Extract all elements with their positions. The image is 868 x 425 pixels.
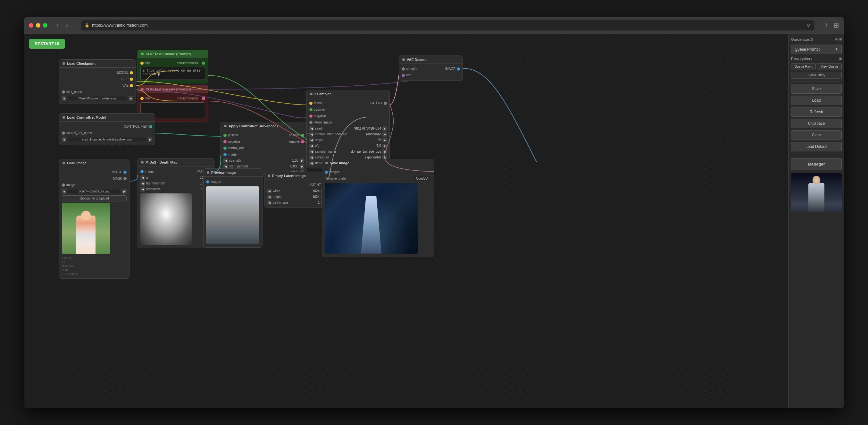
- restart-ui-button[interactable]: RESTART UI: [29, 39, 65, 49]
- latent-in-port: [309, 121, 312, 124]
- refresh-icon[interactable]: ↺: [807, 23, 811, 28]
- extra-options-row: Extra options ▣: [791, 56, 842, 61]
- clip-input-port-neg: [141, 97, 144, 100]
- ckpt-prev-btn[interactable]: ◀: [62, 96, 66, 101]
- node-dot: [402, 58, 405, 61]
- ckpt-input-port: [62, 90, 65, 94]
- conditioning-output-port: [202, 62, 205, 65]
- save-button[interactable]: Save: [791, 84, 842, 94]
- control-prev-btn[interactable]: ◀: [309, 132, 314, 137]
- minimize-button[interactable]: [36, 23, 40, 28]
- load-controlnet-body: CONTROL_NET control_net_name ◀ control-l…: [59, 121, 155, 145]
- preview-image-body: images: [204, 177, 262, 247]
- manager-thumbnail: [791, 173, 842, 212]
- load-image-thumbnail[interactable]: [62, 203, 110, 254]
- queue-size-label: Queue size: 0: [791, 37, 813, 41]
- seed-prev-btn[interactable]: ◀: [309, 126, 314, 131]
- close-button[interactable]: [29, 23, 33, 28]
- sampler-prev-btn[interactable]: ◀: [309, 149, 314, 154]
- address-bar[interactable]: 🔒 https://www.thinkdiffusion.com ↺: [81, 20, 814, 30]
- grid-icon[interactable]: ⊞: [834, 22, 839, 29]
- mask-out-port: [123, 177, 127, 180]
- settings-icon[interactable]: ⚙: [835, 37, 838, 41]
- midas-title: MiDaS - Depth Map: [138, 159, 214, 167]
- node-dot: [207, 171, 209, 174]
- scheduler-prev-btn[interactable]: ◀: [309, 155, 314, 160]
- control-net-next-btn[interactable]: ▶: [148, 137, 152, 142]
- control-net-prev-btn[interactable]: ◀: [62, 137, 66, 142]
- image-row: image: [221, 151, 307, 158]
- cfg-next-btn[interactable]: ▶: [382, 144, 387, 148]
- manager-button[interactable]: Manager: [791, 158, 842, 170]
- positive-prompt-textarea[interactable]: a futuristic cyborg on an alien spaceshi…: [141, 67, 205, 80]
- batch-prev-btn[interactable]: ◀: [267, 200, 272, 205]
- view-history-button[interactable]: View History: [791, 72, 842, 79]
- view-queue-button[interactable]: View Queue: [817, 63, 842, 70]
- divider-2: [791, 154, 842, 154]
- load-checkpoint-title: Load Checkpoint: [59, 60, 135, 68]
- clipspace-button[interactable]: Clipspace: [791, 119, 842, 128]
- height-prev-btn[interactable]: ◀: [267, 195, 272, 199]
- image-prev-btn[interactable]: ◀: [62, 189, 66, 194]
- extra-options-icon[interactable]: ▣: [839, 57, 842, 60]
- strength-prev-btn[interactable]: ◀: [223, 159, 228, 163]
- steps-row: ◀ steps 35 ▶: [307, 137, 390, 143]
- browser-window: ‹ › 🔒 https://www.thinkdiffusion.com ↺ +…: [24, 17, 844, 408]
- right-panel: Queue size: 0 ⚙ ⊞ Queue Prompt ▼ Extra o…: [788, 34, 844, 408]
- load-default-button[interactable]: Load Default: [791, 142, 842, 151]
- cfg-prev-btn[interactable]: ◀: [309, 144, 314, 148]
- grid-small-icon[interactable]: ⊞: [839, 37, 842, 41]
- maximize-button[interactable]: [43, 23, 48, 28]
- start-next-btn[interactable]: ▶: [300, 164, 304, 169]
- control-net-name-port: [62, 132, 65, 135]
- sampler-next-btn[interactable]: ▶: [382, 149, 387, 154]
- a-prev-btn[interactable]: ◀: [141, 175, 145, 180]
- latent-out-row: LATENT: [265, 182, 328, 188]
- node-load-image: Load Image IMAGE MASK image: [59, 159, 129, 279]
- preview-image-title: Preview Image: [204, 169, 262, 177]
- width-row: ◀ width 1024 ▶: [265, 188, 328, 194]
- latent-out-port: [384, 102, 387, 105]
- node-midas: MiDaS - Depth Map image IMAGE ◀ a 6.28 ▶: [137, 158, 214, 248]
- back-button[interactable]: ‹: [54, 21, 61, 29]
- image-in-port: [223, 153, 227, 156]
- clear-button[interactable]: Clear: [791, 130, 842, 140]
- strength-next-btn[interactable]: ▶: [300, 159, 304, 163]
- forward-button[interactable]: ›: [63, 21, 70, 29]
- image-name-value-row: ◀ 00007-4032934194.png ▶: [59, 188, 129, 195]
- traffic-lights: [29, 23, 48, 28]
- vae-decode-body: samples IMAGE vae: [399, 64, 463, 81]
- browser-titlebar: ‹ › 🔒 https://www.thinkdiffusion.com ↺ +…: [24, 17, 844, 34]
- start-prev-btn[interactable]: ◀: [223, 164, 228, 169]
- image-output-row: IMAGE: [59, 169, 129, 175]
- steps-prev-btn[interactable]: ◀: [309, 138, 314, 142]
- bg-prev-btn[interactable]: ◀: [141, 181, 145, 186]
- control-next-btn[interactable]: ▶: [382, 132, 387, 137]
- new-tab-icon[interactable]: +: [825, 22, 829, 29]
- steps-next-btn[interactable]: ▶: [382, 138, 387, 142]
- width-prev-btn[interactable]: ◀: [267, 189, 272, 193]
- depth-map-thumbnail: [141, 193, 192, 245]
- res-prev-btn[interactable]: ◀: [141, 187, 145, 192]
- denoise-prev-btn[interactable]: ◀: [309, 161, 314, 166]
- refresh-button[interactable]: Refresh: [791, 107, 842, 117]
- stats-text: T 0.00s I 0 N 13 [13] V 58 FPS: 250.00: [59, 255, 129, 277]
- choose-file-button[interactable]: choose file to upload: [62, 195, 127, 201]
- save-image-body: images filename_prefix ComfyUI: [322, 167, 434, 257]
- negative-in-port: [309, 114, 312, 118]
- load-image-body: IMAGE MASK image ◀ 00007-4032934194.png: [59, 167, 129, 279]
- load-image-title: Load Image: [59, 159, 129, 167]
- save-image-thumbnail: [325, 183, 417, 254]
- canvas-area[interactable]: RESTART UI: [24, 34, 844, 408]
- bg-threshold-row: ◀ bg_threshold 0.10 ▶: [138, 180, 214, 186]
- queue-dropdown-icon[interactable]: ▼: [835, 48, 838, 51]
- queue-prompt-button[interactable]: Queue Prompt ▼: [791, 45, 842, 54]
- seed-next-btn[interactable]: ▶: [382, 126, 387, 131]
- ckpt-next-btn[interactable]: ▶: [128, 96, 133, 101]
- load-button[interactable]: Load: [791, 95, 842, 105]
- vae-output-port: [130, 84, 133, 87]
- clip-output-row: CLIP: [59, 76, 135, 82]
- image-next-btn[interactable]: ▶: [122, 189, 127, 194]
- queue-front-button[interactable]: Queue Front: [791, 63, 816, 70]
- control-net-value-row: ◀ control-lora-depth-rank256.safetensors…: [59, 136, 155, 143]
